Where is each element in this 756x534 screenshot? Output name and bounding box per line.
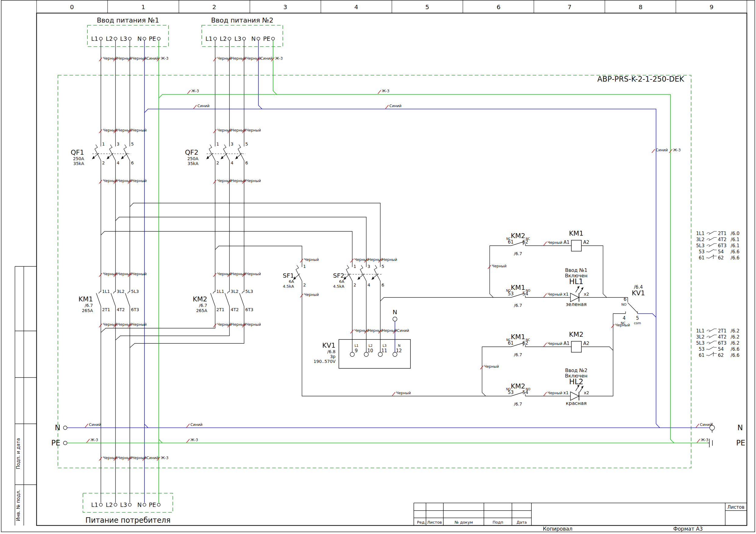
breaker-blade [238,149,244,161]
ruler-number: 1 [141,3,145,11]
kv1-term-num: 10 [367,348,373,353]
terminal-circle [157,503,160,506]
pe-left-circle [63,441,67,445]
hl1-color: зеленая [566,301,586,307]
wire-color-label: Синий [656,148,668,152]
schematic-sheet: Подп. и дата Инв. № подл. Листов Копиров… [0,0,756,534]
qf-term: 1 [216,141,219,146]
sf-term: 5 [382,264,384,269]
terminal-circle [114,37,117,40]
wire-color-label: Черный [484,365,499,369]
breaker-arrow-head [358,276,360,280]
wire-color-label: Черный [231,272,246,276]
wire-color-slash [213,324,216,327]
qf-term: 4 [117,161,120,165]
terminal-label: N [251,35,256,42]
qf2-name: QF2 [185,149,198,156]
qf-term: 3 [117,141,120,146]
qf1-name: QF1 [71,149,84,156]
sheets-cell-label: Листов [727,504,744,510]
kv1-name: KV1 [322,342,336,349]
terminal-circle [157,37,160,40]
hl2-x1: x1 [563,390,569,395]
xref-glyph [709,255,717,259]
wire-color-slash [99,273,102,277]
xref-glyph [709,335,717,338]
terminal-label: L3 [120,35,127,42]
wire-color-slash [544,293,547,297]
xref-left: 5L3 [696,341,705,346]
sf-term: 6 [382,283,384,287]
xref-right: 4T2 [718,334,726,340]
aux-contact-term: 53 [508,291,513,296]
dashed-boxes [58,25,691,512]
wire-color-label: Ж-3 [161,456,169,460]
wire-color-slash [350,259,354,263]
km1-coil-title: KM1 [569,230,583,237]
wire-color-label: Ж-3 [673,148,681,152]
km2-ref: /6.7 [199,303,207,308]
xref-glyph [709,341,717,344]
wire-color-slash [300,294,303,297]
km2-current: 265A [196,308,207,313]
wire-color-slash [544,392,547,396]
title-block: Листов Копировал Формат А3 [414,503,747,532]
wire-color-label: Синий [147,56,159,61]
wire-color-slash [378,90,381,94]
breaker-blade [209,149,215,161]
km1-coil-a1: A1 [563,240,570,245]
contactor-blade [111,293,116,306]
device-title: АВР-PRS-K-2-1-250-DEK [597,75,685,84]
terminal-label: L3 [234,35,241,42]
wire-color-slash [696,424,699,427]
side-panel: Подп. и дата Инв. № подл. [15,267,37,525]
xref-ref: /6.6 [731,249,740,255]
wire-color-slash [194,105,197,109]
terminal-circle [128,37,131,40]
wire-color-label: Ж-3 [190,438,198,442]
hl1-name: HL1 [569,277,583,286]
input2-box [202,25,283,47]
n-pickup-circle [393,317,397,321]
xref-ref: /6.2 [731,334,740,340]
breaker-release-hook [346,265,349,269]
wire-color-slash [186,424,190,427]
wire-color-label: Черный [132,322,147,327]
sf-term: 1 [354,264,356,269]
wire-color-label: Ж-3 [91,438,98,442]
contactor-arc [213,292,215,293]
wire-color-label: Черный [548,342,562,346]
qf2-current: 250A [187,156,199,161]
ruler-number: 8 [639,3,643,11]
sf-term: 3 [367,264,370,269]
kv1-term-circle [350,352,354,357]
wire-color-label: Черный [548,241,562,245]
qf-term: 2 [102,161,105,165]
wire-color-label: Черный [132,128,147,133]
terminal-label: L3 [120,501,127,508]
aux-contact-ref: /6.7 [514,352,522,357]
breaker-arrow-head [371,276,374,280]
contactor-blade [239,293,244,306]
aux-contact-name: KM1 [511,284,525,292]
wire-color-slash [544,343,547,346]
contactor-blade [210,293,215,306]
wire-color-slash [488,265,491,269]
km-term: 1L1 [102,289,110,294]
breaker-arrow-head [92,156,95,159]
wire-color-label: Черный [382,328,397,333]
aux-contact-ref: /6.7 [514,401,522,406]
wire-color-label: Черный [304,292,319,297]
xref-left: 1L1 [696,231,705,236]
wire-color-label: Черный [492,264,506,268]
wire-color-slash [669,149,672,153]
km-term: 3L2 [117,289,125,294]
kv1-com-type: com [634,321,641,325]
ruler-number: 0 [70,3,74,11]
xref-ref: /6.1 [731,243,740,248]
pe-wires [67,40,708,503]
sf-term: 1 [303,264,306,269]
wire-color-slash [611,324,614,328]
n-right-label: N [738,423,743,432]
terminal-label: PE [149,501,156,508]
